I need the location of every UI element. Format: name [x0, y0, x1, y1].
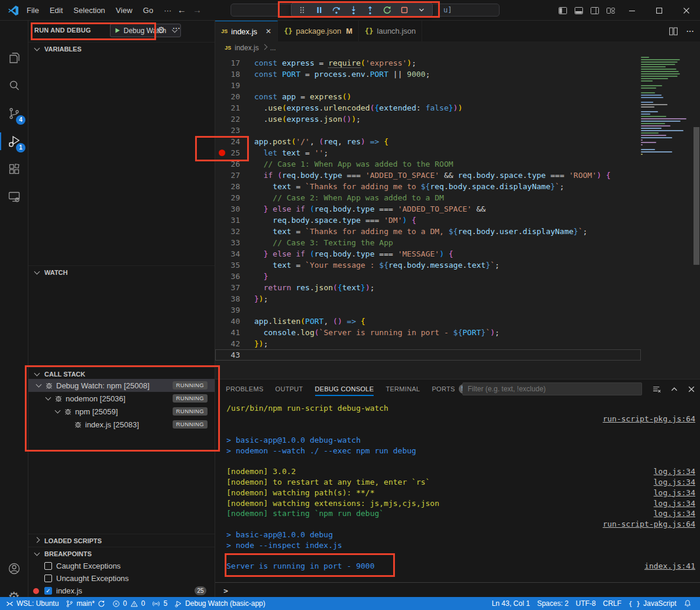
line-number[interactable]: 19 [215, 80, 240, 91]
code-line[interactable]: 31 req.body.space.type === 'DM') { [215, 215, 641, 226]
call-stack-row[interactable]: npm [25059]RUNNING [28, 405, 215, 418]
line-number[interactable]: 36 [215, 271, 240, 282]
code-line[interactable]: 32 text = `Thanks for adding me to a DM,… [215, 226, 641, 237]
call-stack-row[interactable]: Debug Watch: npm [25008]RUNNING [28, 379, 215, 392]
code-line[interactable]: 28 text = `Thanks for adding me to ${req… [215, 181, 641, 192]
code-line[interactable]: 42}); [215, 338, 641, 349]
toolbar-drag-handle-icon[interactable] [296, 4, 309, 16]
variables-section-header[interactable]: VARIABLES [28, 42, 215, 55]
breakpoint-checkbox[interactable] [44, 562, 52, 570]
panel-tab-problems[interactable]: PROBLEMS [226, 380, 264, 398]
code-line[interactable]: 20const app = express() [215, 91, 641, 102]
source-link[interactable]: log.js:34 [654, 467, 695, 476]
minimap[interactable] [641, 57, 691, 158]
stop-icon[interactable] [398, 4, 411, 16]
line-number[interactable]: 30 [215, 203, 240, 215]
menu-item-edit[interactable]: Edit [44, 4, 68, 17]
code-line[interactable]: 25 let text = ''; [215, 147, 641, 158]
line-number[interactable]: 22 [215, 113, 240, 125]
code-editor[interactable]: 17const express = require('express');18c… [215, 54, 700, 379]
explorer-icon[interactable] [0, 44, 28, 72]
step-into-icon[interactable] [347, 4, 360, 16]
breakpoint-checkbox[interactable]: ✓ [44, 587, 52, 595]
source-link[interactable]: log.js:34 [654, 509, 695, 518]
code-line[interactable]: 26 // Case 1: When App was added to the … [215, 158, 641, 170]
line-number[interactable]: 28 [215, 181, 240, 192]
line-number[interactable]: 37 [215, 282, 240, 293]
code-line[interactable]: 41 console.log(`Server is running in por… [215, 327, 641, 338]
menu-item-go[interactable]: Go [138, 4, 158, 17]
close-window-button[interactable] [673, 0, 700, 21]
code-line[interactable]: 22 .use(express.json()); [215, 113, 641, 125]
source-link[interactable]: log.js:34 [654, 488, 695, 497]
line-number[interactable]: 41 [215, 327, 240, 338]
toggle-panel-icon[interactable] [571, 0, 586, 21]
tab-index.js[interactable]: JSindex.js✕ [215, 21, 278, 41]
notifications-status[interactable] [680, 597, 695, 610]
debug-session-status[interactable]: Debug Watch (basic-app) [171, 597, 269, 610]
search-icon[interactable] [0, 72, 28, 99]
line-number[interactable]: 34 [215, 248, 240, 259]
source-link[interactable]: index.js:41 [644, 562, 695, 570]
code-line[interactable]: 35 text = `Your message : ${req.body.mes… [215, 259, 641, 271]
line-number[interactable]: 23 [215, 125, 240, 136]
menu-item-[interactable]: ··· [158, 4, 177, 17]
panel-tab-debug-console[interactable]: DEBUG CONSOLE [315, 380, 374, 398]
code-line[interactable]: 24app.post('/', (req, res) => { [215, 136, 641, 147]
back-arrow-button[interactable]: ← [177, 5, 186, 15]
source-link[interactable]: log.js:34 [654, 478, 695, 486]
code-line[interactable]: 40app.listen(PORT, () => { [215, 316, 641, 327]
code-line[interactable]: 29 // Case 2: When App was added to a DM [215, 192, 641, 203]
encoding-status[interactable]: UTF-8 [572, 597, 599, 610]
forwarded-ports-status[interactable]: 5 [148, 597, 171, 610]
menu-item-file[interactable]: File [21, 4, 44, 17]
editor-scrollbar[interactable] [693, 54, 700, 379]
breakpoint-checkbox[interactable] [44, 575, 52, 582]
code-line[interactable]: 21 .use(express.urlencoded({extended: fa… [215, 102, 641, 113]
line-number[interactable]: 33 [215, 237, 240, 248]
code-line[interactable]: 27 if (req.body.type === 'ADDED_TO_SPACE… [215, 170, 641, 181]
line-number[interactable]: 38 [215, 293, 240, 304]
extensions-icon[interactable] [0, 155, 28, 183]
watch-section-header[interactable]: WATCH [28, 265, 215, 278]
line-number[interactable]: 35 [215, 259, 240, 271]
toggle-secondary-sidebar-icon[interactable] [586, 0, 602, 21]
sidebar-more-actions-icon[interactable]: ··· [173, 24, 180, 33]
chevron-down-icon[interactable] [46, 395, 51, 401]
code-line[interactable]: 17const express = require('express'); [215, 57, 641, 69]
close-panel-icon[interactable] [688, 385, 695, 393]
maximize-button[interactable] [646, 0, 673, 21]
pause-icon[interactable] [313, 4, 326, 16]
source-control-icon[interactable]: 4 [0, 100, 28, 127]
remote-explorer-icon[interactable] [0, 183, 28, 210]
breakpoint-row[interactable]: Caught Exceptions [28, 560, 215, 572]
code-line[interactable]: 36 } [215, 271, 641, 282]
tab-package.json[interactable]: {}package.jsonM [278, 21, 359, 41]
start-debug-icon[interactable] [114, 27, 121, 34]
editor-more-actions-icon[interactable]: ··· [686, 27, 694, 35]
code-line[interactable]: 23 [215, 125, 641, 136]
line-number[interactable]: 26 [215, 158, 240, 170]
line-number[interactable]: 39 [215, 304, 240, 316]
breadcrumb-symbol[interactable]: ... [270, 44, 276, 52]
accounts-icon[interactable] [0, 555, 28, 582]
line-number[interactable]: 18 [215, 69, 240, 80]
chevron-down-icon[interactable] [36, 382, 42, 388]
line-number[interactable]: 29 [215, 192, 240, 203]
debug-console-input[interactable]: > [215, 582, 700, 598]
menu-item-view[interactable]: View [111, 4, 138, 17]
line-number[interactable]: 24 [215, 136, 240, 147]
close-tab-icon[interactable]: ✕ [265, 27, 271, 35]
code-line[interactable]: 37 return res.json({text}); [215, 282, 641, 293]
tab-launch.json[interactable]: {}launch.json [359, 21, 422, 41]
source-link[interactable]: log.js:34 [654, 499, 695, 508]
loaded-scripts-section-header[interactable]: LOADED SCRIPTS [28, 534, 215, 547]
code-line[interactable]: 30 } else if (req.body.type === 'ADDED_T… [215, 203, 641, 215]
line-number[interactable]: 42 [215, 338, 240, 349]
eol-status[interactable]: CRLF [599, 597, 625, 610]
breadcrumb[interactable]: JS index.js ... [215, 41, 700, 54]
language-mode-status[interactable]: { } JavaScript [625, 597, 680, 610]
step-out-icon[interactable] [364, 4, 377, 16]
line-number[interactable]: 31 [215, 215, 240, 226]
clear-console-icon[interactable] [652, 385, 661, 394]
